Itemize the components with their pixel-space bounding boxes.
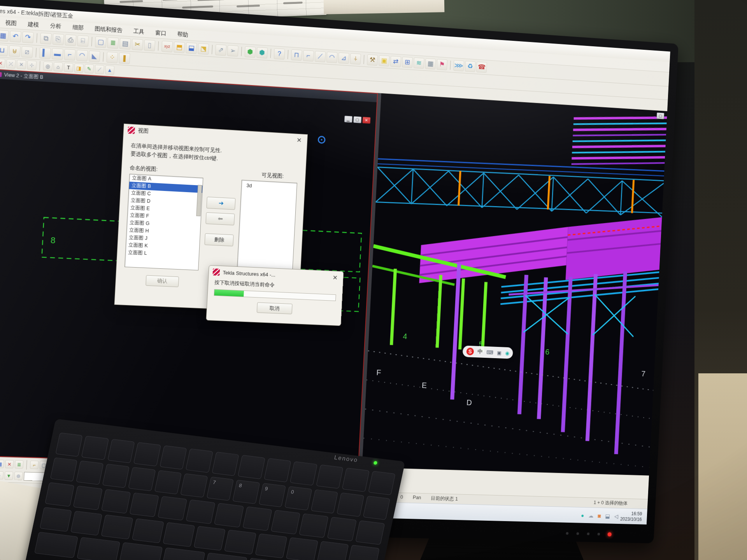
tray-mail-icon[interactable]: ◙ [598,513,601,519]
filter-icon[interactable]: ▼ [4,471,13,480]
cross1-icon[interactable]: ⤫ [6,59,16,69]
ime-mode-indicator[interactable]: 中 [477,348,483,355]
arc-icon[interactable]: ◠ [326,51,338,63]
menu-item-图纸和报告[interactable]: 图纸和报告 [90,24,128,35]
menu-item-视图[interactable]: 视图 [0,18,22,28]
move-right-button[interactable]: ➜ [207,197,236,210]
print-icon[interactable]: ⎙ [65,34,76,46]
pen-icon[interactable]: ✎ [84,64,94,74]
bottom-tool-icon[interactable]: ▦ [0,460,4,468]
stack-icon[interactable]: ▣ [379,55,389,66]
cut-icon[interactable]: ✂ [132,38,143,50]
profile1-icon[interactable]: ▍ [39,47,51,59]
delete-red-icon[interactable]: ✕ [0,58,5,68]
doc-icon[interactable]: ⎘ [53,33,64,45]
save-icon[interactable]: ▦ [0,30,9,41]
menu-item-窗口[interactable]: 窗口 [151,28,171,38]
list-icon[interactable]: ≣ [107,37,119,49]
swap-icon[interactable]: ⇄ [390,56,401,67]
view-window-3d[interactable]: 4 5 6 F E D 7 [362,93,667,476]
cube-green-icon[interactable]: ⬢ [244,46,256,58]
refresh-icon[interactable]: ♻ [465,61,476,72]
open-icon[interactable]: ⍇ [77,35,89,47]
tri-icon[interactable]: ▲ [105,65,115,75]
cancel-button[interactable]: 取消 [257,302,293,314]
tray-cloud-icon[interactable]: ☁ [588,513,594,519]
profile4-icon[interactable]: ◠ [76,49,88,61]
profile5-icon[interactable]: ◣ [89,50,100,62]
arrow-ne-icon[interactable]: ⇗ [215,44,226,56]
ime-profile-icon[interactable]: ◉ [505,350,509,356]
folder-gold-icon[interactable]: ⬔ [198,43,209,54]
monitor-button[interactable] [566,532,568,535]
brace-icon[interactable]: ⟋ [315,51,326,62]
props-icon[interactable]: ▤ [119,38,131,49]
ime-toolbar[interactable]: S 中 ⌨ ▣ ◉ [463,345,514,359]
copy-icon[interactable]: ⧉ [40,33,52,44]
point-icon[interactable]: ⊹ [27,60,37,70]
slope-icon[interactable]: ⟋ [95,65,104,74]
wedge-icon[interactable]: ⊿ [338,52,349,63]
hatch-icon[interactable]: ⧄ [21,46,33,58]
pin-icon[interactable]: ⍭ [350,53,361,64]
frame-icon[interactable]: ⊓ [291,49,302,61]
close-icon[interactable]: ✕ [331,274,340,282]
restore-button[interactable]: ▢ [656,112,664,119]
menu-item-工具[interactable]: 工具 [128,26,149,37]
snap-icon[interactable]: ⊚ [14,472,23,480]
eye-icon[interactable]: ◎ [43,61,53,71]
close-button[interactable]: ✕ [362,117,370,124]
named-views-listbox[interactable]: 立面图 A立面图 B立面图 C立面图 D立面图 E立面图 F立面图 G立面图 H… [124,174,203,271]
monitor-button[interactable] [587,532,590,535]
undo-icon[interactable]: ↶ [9,30,21,42]
lines-icon[interactable]: ≋ [414,57,424,68]
xyz-icon[interactable]: xyz [161,40,173,52]
bottom-tool-icon[interactable]: ≣ [15,460,24,469]
tray-window-icon[interactable]: ⬓ [605,513,610,519]
inquire-icon[interactable]: ? [274,48,285,60]
monitor-button[interactable] [577,532,579,535]
rod-icon[interactable]: ❚ [119,52,130,64]
bottom-tool-icon[interactable]: ⌐ [30,460,39,469]
table-icon[interactable]: ▦ [425,58,436,69]
minimize-button[interactable]: ▁ [344,116,352,122]
select-icon[interactable]: ⌖ [0,471,4,480]
bolt-group-icon[interactable]: ⁘ [106,51,118,63]
visible-view-item[interactable]: 3d [244,182,297,192]
new-view-icon[interactable]: ▢ [95,36,107,48]
u-gold-icon[interactable]: ⊎ [9,45,20,57]
redo-icon[interactable]: ↷ [22,32,33,43]
maximize-button[interactable]: ▢ [353,116,361,123]
sogou-logo-icon[interactable]: S [466,348,474,355]
home-icon[interactable]: ⌂ [53,62,63,72]
text-icon[interactable]: T [64,63,74,72]
box-icon[interactable]: ◨ [74,63,84,73]
monitor-button[interactable] [597,533,600,536]
move-left-button[interactable]: ⬅ [206,212,235,226]
cube-teal-icon[interactable]: ⬢ [256,47,268,58]
phone-icon[interactable]: ☎ [476,61,487,73]
menu-item-细部[interactable]: 细部 [67,23,88,33]
hammer-icon[interactable]: ⚒ [367,54,378,65]
delete-button[interactable]: 删除 [205,233,234,247]
profile3-icon[interactable]: ⌐ [64,49,75,60]
forward-icon[interactable]: ⋙ [453,60,464,71]
folder-blue-icon[interactable]: ⬓ [186,42,197,54]
corner-icon[interactable]: ⌐ [303,50,314,61]
taskbar-clock[interactable]: 16:59 2023/10/16 [620,511,642,522]
confirm-button[interactable]: 确认 [146,275,179,287]
cross2-icon[interactable]: ✕ [17,60,26,70]
u-blue-icon[interactable]: ⊔ [0,44,8,56]
folder-yellow-icon[interactable]: ⬒ [174,41,185,53]
bottom-tool-icon[interactable]: ✕ [5,460,14,469]
menu-item-建模[interactable]: 建模 [23,19,44,30]
tray-check-icon[interactable]: ● [581,512,584,518]
ime-keyboard-icon[interactable]: ⌨ [486,349,494,355]
close-icon[interactable]: ✕ [295,136,303,144]
menu-item-分析[interactable]: 分析 [45,21,66,31]
flag-icon[interactable]: ⚑ [437,59,447,70]
profile2-icon[interactable]: ▬ [52,48,63,60]
menu-item-帮助[interactable]: 帮助 [172,30,193,40]
grid-doc-icon[interactable]: ⊞ [402,56,413,68]
arrow-icon[interactable]: ➢ [227,45,238,56]
